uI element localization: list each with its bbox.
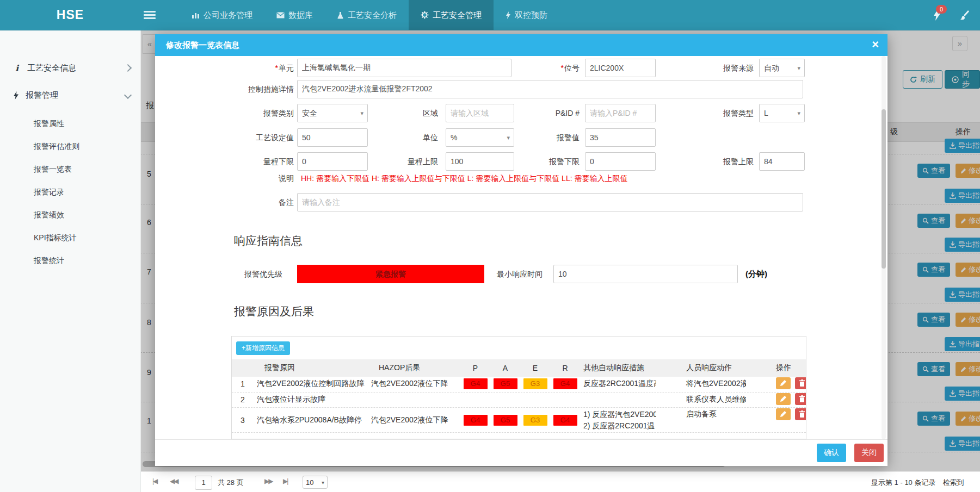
menu-icon[interactable] [143,9,157,20]
personnel-action-cell: 将汽包2VE2002液位 [656,379,746,389]
hazop-cell: 汽包2VE2002液位下降 [368,415,460,425]
page-size-select[interactable]: 10 ▾ [303,476,328,489]
min-response-time-label: 最小响应时间 [443,265,543,283]
nav-item-safety-mgmt[interactable]: 工艺安全管理 [409,0,494,30]
chevron-down-icon: ▾ [797,59,800,77]
bar-chart-icon [192,11,200,19]
alert-count-badge: 0 [936,5,947,14]
sidebar-item-alarm-statistics[interactable]: 报警统计 [0,249,140,272]
tag-input[interactable] [585,59,656,77]
pid-input[interactable] [585,104,656,122]
nav-item-dual-control[interactable]: 双控预防 [494,0,559,30]
cause-cell: 汽包2VE2002液位控制回路故障 [254,379,368,389]
severity-badge-p: G4 [464,415,488,426]
min-response-time-input[interactable] [553,265,738,283]
delete-cause-button[interactable] [795,377,806,389]
alarm-source-select[interactable]: 自动▾ [759,59,805,77]
edit-cause-button[interactable] [776,377,791,389]
alarm-low-input[interactable] [585,152,656,171]
delete-cause-button[interactable] [795,393,806,405]
nav-item-analysis[interactable]: 工艺安全分析 [325,0,409,30]
nav-item-database[interactable]: 数据库 [264,0,325,30]
hazop-cell: 汽包2VE2002液位下降 [368,379,460,389]
sidebar-submenu: 报警属性 报警评估准则 报警一览表 报警记录 报警绩效 KPI指标统计 报警统计 [0,109,140,272]
sidebar-item-alarm-list[interactable]: 报警一览表 [0,158,140,180]
alarm-type-select[interactable]: L▾ [759,104,805,122]
sidebar-item-alarm-performance[interactable]: 报警绩效 [0,203,140,226]
remark-input[interactable] [297,193,803,211]
chevron-down-icon [124,91,132,99]
severity-badge-e: G3 [523,378,547,389]
sidebar-item-alarm-attributes[interactable]: 报警属性 [0,112,140,135]
gears-icon [421,11,429,19]
cause-row: 1 汽包2VE2002液位控制回路故障 汽包2VE2002液位下降 G4 G5 … [232,377,806,391]
col-auto: 其他自动响应措施 [580,363,656,373]
control-measure-input[interactable] [297,80,803,98]
personnel-action-cell: 启动备泵 [656,408,746,419]
severity-badge-a: G5 [494,378,517,389]
col-op: 操作 [746,363,806,373]
confirm-button[interactable]: 确认 [817,444,846,462]
add-cause-button[interactable]: +新增原因信息 [236,341,290,355]
edit-cause-button[interactable] [776,393,791,405]
unit-label: *单元 [155,59,294,77]
flask-icon [337,11,344,19]
current-page-box[interactable]: 1 [195,476,212,490]
delete-cause-button[interactable] [795,408,806,420]
note-text: HH: 需要输入下限值 H: 需要输入上限值与下限值 L: 需要输入上限值与下限… [301,173,627,184]
severity-badge-e: G3 [523,415,547,426]
sidebar-item-alarm-records[interactable]: 报警记录 [0,180,140,203]
setpoint-label: 工艺设定值 [155,128,294,147]
col-hazop: HAZOP后果 [368,363,460,373]
edit-alarm-modal: 修改报警一览表信息 × *单元 *位号 报警来源 自动▾ 控制措施详情 报警类别… [155,34,887,465]
close-icon[interactable]: × [872,34,879,56]
severity-badge-r: G4 [553,415,577,426]
alerts-icon[interactable]: 0 [933,10,941,21]
nav-item-company[interactable]: 公司业务管理 [180,0,264,30]
alarm-type-label: 报警类型 [656,104,754,122]
alarm-low-label: 报警下限 [482,152,580,171]
severity-badge-a: G5 [494,415,517,426]
col-e: E [520,364,550,372]
sidebar-group-process-safety-info[interactable]: i 工艺安全信息 [0,54,140,82]
total-pages-label: 共 28 页 [218,478,244,488]
severity-badge-r: G4 [553,378,577,389]
causes-table-header: 报警原因 HAZOP后果 P A E R 其他自动响应措施 人员响应动作 操作 [232,359,806,377]
alarm-high-label: 报警上限 [656,152,754,171]
brush-icon[interactable] [959,10,969,20]
envelope-icon [276,12,285,18]
sidebar-item-kpi-statistics[interactable]: KPI指标统计 [0,226,140,249]
edit-cause-button[interactable] [776,408,791,420]
cause-row: 2 汽包液位计显示故障 联系仪表人员维修 [232,392,806,407]
alarm-value-input[interactable] [585,128,656,147]
measure-unit-label: 单位 [335,128,438,147]
sidebar-group-alarm-management[interactable]: 报警管理 [0,82,140,109]
prev-page-button[interactable]: ◀◀ [170,477,177,485]
control-measure-label: 控制措施详情 [155,80,294,98]
minutes-unit-label: (分钟) [745,265,767,283]
remark-label: 备注 [155,193,294,211]
note-label: 说明 [155,173,294,184]
cause-cell: 汽包给水泵2PU2008A/B故障停 [254,415,368,425]
lightning-icon [506,11,511,19]
col-r: R [550,364,580,372]
sidebar: i 工艺安全信息 报警管理 报警属性 报警评估准则 报警一览表 报警记录 报警绩… [0,30,141,492]
pagination-bar: |◀ ◀◀ 1 共 28 页 ▶▶ ▶| 10 ▾ 显示第 1 - 10 条记录… [140,471,980,492]
first-page-button[interactable]: |◀ [152,477,157,485]
unit-input[interactable] [297,59,511,77]
modal-scrollbar-thumb[interactable] [882,109,886,269]
causes-heading: 报警原因及后果 [234,304,314,319]
sidebar-item-alarm-criteria[interactable]: 报警评估准则 [0,135,140,158]
last-page-button[interactable]: ▶| [283,477,287,485]
alarm-category-label: 报警类别 [155,104,294,122]
close-button[interactable]: 关闭 [854,444,884,462]
top-navbar: HSE 公司业务管理 数据库 工艺安全分析 工艺安全管理 双控预防 0 [0,0,980,30]
next-page-button[interactable]: ▶▶ [264,477,272,485]
tag-label: *位号 [482,59,580,77]
causes-panel: +新增原因信息 报警原因 HAZOP后果 P A E R 其他自动响应措施 人员… [231,336,806,439]
alarm-high-input[interactable] [759,152,805,171]
chevron-down-icon: ▾ [322,479,324,485]
modal-header: 修改报警一览表信息 × [155,34,887,56]
alarm-value-label: 报警值 [482,128,580,147]
col-a: A [490,364,520,372]
